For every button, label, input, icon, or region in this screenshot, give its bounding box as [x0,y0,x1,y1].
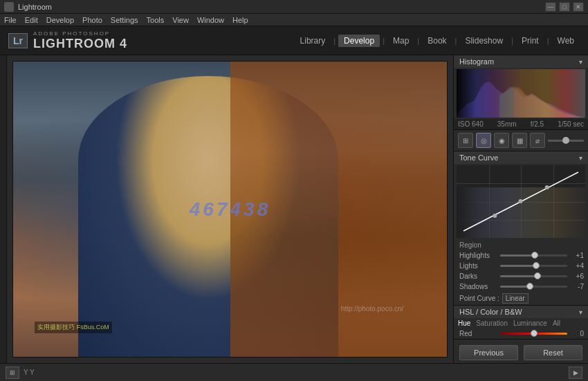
lights-fill [500,265,536,267]
tone-curve-header[interactable]: Tone Curve ▾ [454,151,588,164]
nav-tabs: Library | Develop | Map | Book | Slidesh… [295,35,580,47]
lights-label: Lights [459,262,497,270]
curve-point3[interactable] [545,185,549,189]
histogram-header[interactable]: Histogram ▾ [454,55,588,68]
histogram-overlay [457,69,585,118]
darks-thumb[interactable] [534,272,541,279]
shadows-thumb[interactable] [526,283,533,290]
zoom-button[interactable]: ⊞ [6,366,19,379]
hsl-red-label: Red [459,330,497,337]
menu-file[interactable]: File [4,16,17,24]
curve-point2[interactable] [518,199,522,203]
point-curve-label: Point Curve : [459,295,499,302]
crop-tool[interactable]: ⊞ [458,133,473,148]
hsl-red-track[interactable] [500,333,567,335]
menu-tools[interactable]: Tools [147,16,165,24]
app-name: LIGHTROOM 4 [33,37,127,51]
adjustment-brush-tool[interactable]: ⌀ [530,133,545,148]
lr-badge: Lr [8,33,28,48]
photo-watermark3: 实用摄影技巧 FsBus.CoM [35,322,112,333]
menu-window[interactable]: Window [197,16,224,24]
hsl-subtabs: Hue Saturation Luminance All [454,318,588,328]
maximize-button[interactable]: □ [559,2,570,12]
lights-track[interactable] [500,265,567,267]
camera-lens: 35mm [497,120,517,128]
camera-iso: ISO 640 [458,120,484,128]
menu-develop[interactable]: Develop [46,16,74,24]
tab-web[interactable]: Web [552,35,580,47]
shadows-fill [500,286,530,288]
tone-curve-toggle[interactable]: ▾ [579,154,582,162]
curve-canvas[interactable] [457,165,585,238]
region-label: Region [454,239,588,250]
zoom-level: Y Y [24,369,35,376]
main-layout: 467438 http://photo.poco.cn/ 实用摄影技巧 FsBu… [0,55,588,363]
point-curve-row: Point Curve : Linear [454,292,588,305]
title-bar-left: Lightroom [4,2,52,12]
hsl-header[interactable]: HSL / Color / B&W ▾ [454,306,588,318]
minimize-button[interactable]: — [545,2,556,12]
redeye-tool[interactable]: ◉ [494,133,509,148]
right-panel: Histogram ▾ ISO 640 35mm f/2.5 1/50 sec [453,55,588,363]
tab-map[interactable]: Map [387,35,414,47]
hsl-tab-hue[interactable]: Hue [458,319,470,327]
darks-row: Darks +6 [454,271,588,281]
tab-slideshow[interactable]: Slideshow [459,35,508,47]
highlights-row: Highlights +1 [454,250,588,261]
hsl-tab-saturation[interactable]: Saturation [476,319,508,327]
menu-photo[interactable]: Photo [82,16,102,24]
menu-settings[interactable]: Settings [111,16,138,24]
menu-help[interactable]: Help [232,16,248,24]
logo-text-area: ADOBE PHOTOSHOP LIGHTROOM 4 [33,30,127,51]
histogram-title: Histogram [459,57,494,66]
hsl-red-value: 0 [570,330,584,337]
hsl-tab-all[interactable]: All [553,319,560,327]
curve-svg [457,165,585,238]
highlights-thumb[interactable] [531,252,538,259]
tab-book[interactable]: Book [422,35,452,47]
tab-library[interactable]: Library [295,35,331,47]
shadows-row: Shadows -7 [454,281,588,292]
point-curve-dropdown[interactable]: Linear [502,293,529,304]
photo-watermark: 467438 [190,198,270,221]
spot-removal-tool[interactable]: ◎ [476,133,491,148]
camera-aperture: f/2.5 [531,120,544,128]
darks-fill [500,275,538,277]
close-button[interactable]: ✕ [573,2,584,12]
hsl-toggle[interactable]: ▾ [579,308,582,316]
darks-track[interactable] [500,275,567,277]
photo-watermark2: http://photo.poco.cn/ [341,305,404,313]
hsl-tab-luminance[interactable]: Luminance [513,319,547,327]
camera-shutter: 1/50 sec [558,120,584,128]
histogram-toggle[interactable]: ▾ [579,58,582,66]
tab-develop[interactable]: Develop [338,35,380,47]
graduated-filter-tool[interactable]: ▦ [512,133,527,148]
reset-button[interactable]: Reset [524,345,582,360]
curve-point1[interactable] [493,214,497,218]
tab-print[interactable]: Print [516,35,544,47]
exposure-slider[interactable] [548,140,584,142]
histogram-section: Histogram ▾ ISO 640 35mm f/2.5 1/50 sec [454,55,588,130]
menu-edit[interactable]: Edit [25,16,38,24]
highlights-track[interactable] [500,254,567,257]
app-icon [4,2,14,12]
bottom-buttons: Previous Reset [454,342,588,363]
filmstrip-toggle[interactable]: ▶ [569,366,582,379]
menu-view[interactable]: View [172,16,189,24]
lights-row: Lights +4 [454,261,588,271]
hsl-red-thumb[interactable] [531,330,538,337]
hsl-red-row: Red 0 [454,328,588,339]
title-bar: Lightroom — □ ✕ [0,0,588,14]
menu-bar: File Edit Develop Photo Settings Tools V… [0,14,588,26]
header: Lr ADOBE PHOTOSHOP LIGHTROOM 4 Library |… [0,26,588,55]
logo-area: Lr ADOBE PHOTOSHOP LIGHTROOM 4 [8,30,127,51]
previous-button[interactable]: Previous [459,345,518,360]
shadows-track[interactable] [500,286,567,288]
hsl-title: HSL / Color / B&W [459,308,522,316]
shadows-label: Shadows [459,283,497,290]
window-controls[interactable]: — □ ✕ [545,2,584,12]
lights-thumb[interactable] [533,262,540,269]
exposure-slider-thumb[interactable] [562,137,569,144]
center-content: 467438 http://photo.poco.cn/ 实用摄影技巧 FsBu… [7,55,453,363]
adobe-text: ADOBE PHOTOSHOP [33,30,127,37]
